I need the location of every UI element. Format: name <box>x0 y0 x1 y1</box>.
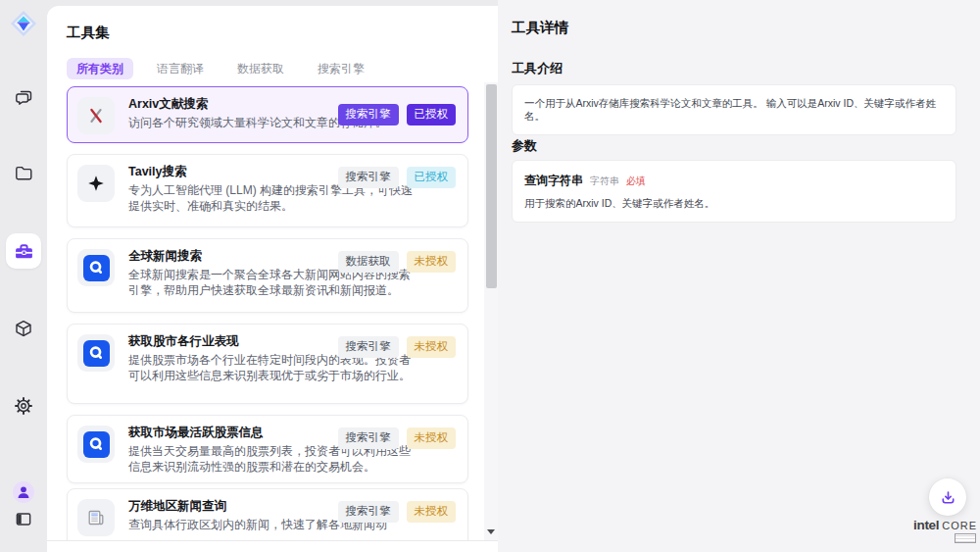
details-title: 工具详情 <box>512 19 568 37</box>
tool-card-sector-performance[interactable]: 获取股市各行业表现 提供股票市场各个行业在特定时间段内的表现。投资者可以利用这些… <box>67 324 468 404</box>
param-required-badge: 必填 <box>626 175 646 188</box>
category-badge: 搜索引擎 <box>338 501 399 523</box>
auth-status-badge: 已授权 <box>407 167 457 188</box>
core-brand-text: CORE <box>942 520 977 531</box>
scrollbar-thumb[interactable] <box>486 84 497 288</box>
download-button[interactable] <box>929 478 966 516</box>
tab-data-fetch[interactable]: 数据获取 <box>227 58 294 79</box>
category-tabs: 所有类别 语言翻译 数据获取 搜索引擎 <box>67 58 374 79</box>
blue-search-icon <box>77 426 115 463</box>
user-avatar[interactable] <box>13 481 34 503</box>
sidebar-item-files[interactable] <box>14 164 33 183</box>
blue-search-icon <box>77 334 115 372</box>
sidebar-item-packages[interactable] <box>14 319 33 338</box>
param-type: 字符串 <box>590 175 619 188</box>
category-badge: 搜索引擎 <box>338 167 399 188</box>
auth-status-badge: 未授权 <box>407 501 457 523</box>
tab-translation[interactable]: 语言翻译 <box>147 58 214 79</box>
settings-icon <box>14 396 33 416</box>
tab-all-categories[interactable]: 所有类别 <box>67 58 133 79</box>
cube-icon <box>14 319 33 338</box>
intro-heading: 工具介绍 <box>512 60 563 77</box>
sidebar-item-settings[interactable] <box>14 396 33 416</box>
tool-intro-text: 一个用于从Arxiv存储库搜索科学论文和文章的工具。 输入可以是Arxiv ID… <box>524 97 936 122</box>
app-logo[interactable] <box>10 10 37 37</box>
page-title: 工具集 <box>67 24 110 42</box>
tool-list-panel: 工具集 所有类别 语言翻译 数据获取 搜索引擎 Arxiv文献搜索 访问各个研究… <box>47 6 498 552</box>
tool-card-arxiv[interactable]: Arxiv文献搜索 访问各个研究领域大量科学论文和文章的存储库。 搜索引擎 已授… <box>67 86 468 143</box>
category-badge: 搜索引擎 <box>338 104 399 125</box>
param-description: 用于搜索的Arxiv ID、关键字或作者姓名。 <box>524 197 944 210</box>
tool-details-panel: 工具详情 工具介绍 一个用于从Arxiv存储库搜索科学论文和文章的工具。 输入可… <box>498 0 980 552</box>
blue-search-icon <box>77 249 115 286</box>
tab-search-engine[interactable]: 搜索引擎 <box>308 58 374 79</box>
chat-icon <box>14 87 33 107</box>
four-point-star-icon <box>77 165 115 202</box>
auth-status-badge: 未授权 <box>407 336 457 358</box>
tool-card-regional-news[interactable]: 万维地区新闻查询 查询具体行政区划内的新闻，快速了解各地新闻动 搜索引擎 未授权 <box>67 488 468 541</box>
intel-brand-text: intel <box>913 518 939 532</box>
params-heading: 参数 <box>512 137 537 155</box>
sidebar-item-chat[interactable] <box>14 87 33 107</box>
parameter-card: 查询字符串 字符串 必填 用于搜索的Arxiv ID、关键字或作者姓名。 <box>512 160 956 223</box>
category-badge: 搜索引擎 <box>338 427 399 449</box>
toolbox-icon <box>14 241 34 262</box>
scroll-down-arrow[interactable] <box>487 529 495 534</box>
tool-intro-card: 一个用于从Arxiv存储库搜索科学论文和文章的工具。 输入可以是Arxiv ID… <box>512 84 956 135</box>
newspaper-icon <box>77 499 115 536</box>
auth-status-badge: 未授权 <box>407 427 457 449</box>
scrollbar[interactable] <box>484 82 498 540</box>
category-badge: 数据获取 <box>338 251 399 273</box>
tool-card-tavily[interactable]: Tavily搜索 专为人工智能代理 (LLM) 构建的搜索引擎工具，可快速提供实… <box>67 154 468 227</box>
auth-status-badge: 未授权 <box>407 251 457 273</box>
sidebar <box>0 0 47 552</box>
panel-toggle-icon[interactable] <box>15 510 33 528</box>
param-name: 查询字符串 <box>524 173 583 189</box>
tool-card-global-news[interactable]: 全球新闻搜索 全球新闻搜索是一个聚合全球各大新闻网站内容的搜索引擎，帮助用户快速… <box>67 238 468 313</box>
sidebar-item-tools-active[interactable] <box>6 233 41 269</box>
category-badge: 搜索引擎 <box>338 336 399 358</box>
intel-core-logo: intel CORE <box>913 518 976 543</box>
download-icon <box>940 489 956 506</box>
tool-card-list: Arxiv文献搜索 访问各个研究领域大量科学论文和文章的存储库。 搜索引擎 已授… <box>47 82 498 541</box>
intel-ultra-badge <box>955 533 976 543</box>
tool-card-active-stocks[interactable]: 获取市场最活跃股票信息 提供当天交易量最高的股票列表，投资者可以利用这些信息来识… <box>67 415 468 483</box>
folder-icon <box>14 164 33 183</box>
auth-status-badge: 已授权 <box>407 104 457 125</box>
arxiv-x-icon <box>77 97 115 134</box>
